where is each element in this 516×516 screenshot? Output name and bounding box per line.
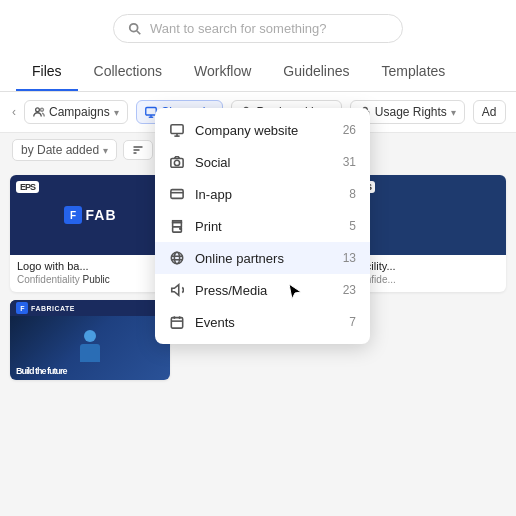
- sort-order-icon: [132, 144, 144, 156]
- svg-rect-17: [171, 190, 183, 199]
- asset-confidentiality: Confidentiality Public: [17, 274, 163, 285]
- asset-info: Logo with ba... Confidentiality Public: [10, 255, 170, 292]
- filter-ad-label: Ad: [482, 105, 497, 119]
- filter-usage-rights-label: Usage Rights: [375, 105, 447, 119]
- users-icon: [33, 106, 45, 118]
- channel-dropdown: Company website 26 Social 31 In-app 8: [155, 108, 370, 344]
- asset-title: Logo with ba...: [17, 260, 163, 272]
- tab-files[interactable]: Files: [16, 53, 78, 91]
- calendar-icon: [169, 314, 185, 330]
- search-placeholder: Want to search for something?: [150, 21, 327, 36]
- dropdown-label: Company website: [195, 123, 335, 138]
- sort-button[interactable]: by Date added ▾: [12, 139, 117, 161]
- dropdown-count: 13: [343, 251, 356, 265]
- dropdown-item-company-website[interactable]: Company website 26: [155, 114, 370, 146]
- tab-guidelines[interactable]: Guidelines: [267, 53, 365, 91]
- sort-order-button[interactable]: [123, 140, 153, 160]
- tab-workflow[interactable]: Workflow: [178, 53, 267, 91]
- chevron-down-icon: ▾: [114, 107, 119, 118]
- svg-line-1: [137, 30, 141, 34]
- svg-point-22: [171, 252, 182, 263]
- dropdown-label: Social: [195, 155, 335, 170]
- monitor-icon-2: [169, 122, 185, 138]
- asset-thumbnail: F FABRICATE Build the future: [10, 300, 170, 380]
- globe-icon: [169, 250, 185, 266]
- dropdown-label: Print: [195, 219, 341, 234]
- dropdown-item-events[interactable]: Events 7: [155, 306, 370, 338]
- asset-overlay-title: Build the future: [16, 366, 164, 376]
- asset-thumbnail: EPS: [346, 175, 506, 255]
- nav-tabs: Files Collections Workflow Guidelines Te…: [0, 53, 516, 92]
- eps-badge: EPS: [16, 181, 39, 193]
- asset-info: Facility... Confide...: [346, 255, 506, 292]
- card-icon: [169, 186, 185, 202]
- dropdown-label: Online partners: [195, 251, 335, 266]
- dropdown-item-print[interactable]: Print 5: [155, 210, 370, 242]
- dropdown-count: 8: [349, 187, 356, 201]
- svg-point-16: [174, 160, 179, 165]
- svg-point-0: [130, 23, 138, 31]
- dropdown-label: Press/Media: [195, 283, 335, 298]
- dropdown-count: 26: [343, 123, 356, 137]
- dropdown-count: 7: [349, 315, 356, 329]
- dropdown-count: 31: [343, 155, 356, 169]
- tab-templates[interactable]: Templates: [366, 53, 462, 91]
- dropdown-item-social[interactable]: Social 31: [155, 146, 370, 178]
- print-icon: [169, 218, 185, 234]
- svg-rect-20: [173, 221, 182, 223]
- megaphone-icon: [169, 282, 185, 298]
- filter-ad[interactable]: Ad: [473, 100, 506, 124]
- dropdown-count: 5: [349, 219, 356, 233]
- tab-collections[interactable]: Collections: [78, 53, 178, 91]
- dropdown-item-inapp[interactable]: In-app 8: [155, 178, 370, 210]
- asset-title: Facility...: [353, 260, 499, 272]
- search-input-wrap[interactable]: Want to search for something?: [113, 14, 403, 43]
- dropdown-label: In-app: [195, 187, 341, 202]
- svg-rect-12: [171, 125, 183, 134]
- sort-label: by Date added: [21, 143, 99, 157]
- svg-rect-26: [171, 318, 182, 329]
- filter-scroll-left[interactable]: ‹: [12, 105, 16, 119]
- svg-point-23: [174, 252, 179, 263]
- dropdown-count: 23: [343, 283, 356, 297]
- filter-campaigns-label: Campaigns: [49, 105, 110, 119]
- grid-item[interactable]: EPS F FAB Logo with ba... Confidentialit…: [10, 175, 170, 292]
- asset-thumbnail: EPS F FAB: [10, 175, 170, 255]
- search-icon: [128, 22, 142, 36]
- asset-confidentiality: Confide...: [353, 274, 499, 285]
- dropdown-item-press-media[interactable]: Press/Media 23: [155, 274, 370, 306]
- search-bar: Want to search for something?: [0, 0, 516, 53]
- chevron-down-icon-5: ▾: [103, 145, 108, 156]
- svg-point-21: [180, 228, 181, 229]
- filter-campaigns[interactable]: Campaigns ▾: [24, 100, 128, 124]
- camera-icon: [169, 154, 185, 170]
- dropdown-label: Events: [195, 315, 341, 330]
- chevron-down-icon-4: ▾: [451, 107, 456, 118]
- grid-item[interactable]: EPS Facility... Confide...: [346, 175, 506, 292]
- grid-item[interactable]: F FABRICATE Build the future: [10, 300, 170, 380]
- svg-point-3: [41, 108, 44, 111]
- svg-point-2: [36, 108, 40, 112]
- dropdown-item-online-partners[interactable]: Online partners 13: [155, 242, 370, 274]
